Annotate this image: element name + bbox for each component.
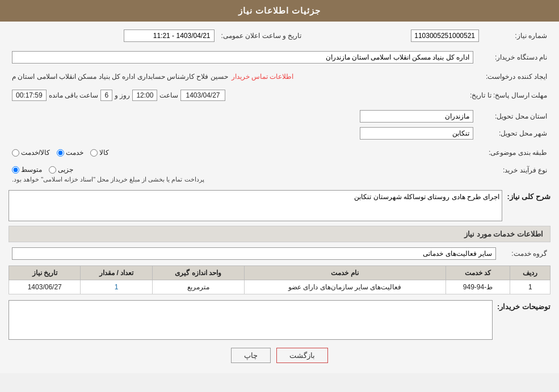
buyer-org-cell (9, 49, 477, 66)
purchase-type-radio-jozii[interactable] (49, 166, 56, 174)
buyer-notes-label: توضیحات خریدار: (497, 300, 550, 311)
need-desc-label: شرح کلی نیاز: (507, 190, 550, 201)
buyer-org-input (12, 51, 473, 64)
deadline-time-label: ساعت (159, 91, 178, 99)
need-number-input (411, 29, 479, 42)
need-desc-row: شرح کلی نیاز: اجرای طرح هادی روستای توسا… (9, 190, 550, 221)
col-rownum: ردیف (510, 266, 550, 280)
subject-option-kala-label: کالا (99, 149, 109, 157)
bottom-buttons: بازگشت چاپ (9, 348, 550, 363)
subject-option-kala[interactable]: کالا (90, 149, 109, 157)
col-unit: واحد اندازه گیری (152, 266, 244, 280)
page-title: جزئیات اطلاعات نیاز (238, 6, 321, 15)
creator-label: ایجاد کننده درخواست: (477, 70, 550, 83)
cell-rownum: 1 (510, 280, 550, 294)
creator-value: حسین فلاح کارشناس حسابداری اداره کل بنیا… (12, 73, 228, 81)
deadline-cell: 00:17:59 ساعت باقی مانده 6 روز و 12:00 س… (9, 87, 466, 103)
info-table-2: نام دستگاه خریدار: (9, 49, 550, 66)
buyer-notes-section: توضیحات خریدار: (9, 300, 550, 340)
subject-radio-kala[interactable] (90, 149, 98, 157)
subject-radio-kala-khedmat[interactable] (12, 149, 19, 157)
service-group-label: گروه خدمت: (499, 245, 550, 262)
back-button[interactable]: بازگشت (276, 348, 328, 363)
services-section-header: اطلاعات خدمات مورد نیاز (9, 226, 550, 242)
purchase-type-label: نوع فرآیند خرید: (477, 163, 550, 186)
info-table-3: ایجاد کننده درخواست: حسین فلاح کارشناس ح… (9, 70, 550, 83)
delivery-province-input (360, 110, 473, 123)
subject-label: طبقه بندی موضوعی: (477, 146, 550, 159)
table-row: 1 ط-94-949 فعالیت‌های سایر سازمان‌های دا… (9, 280, 550, 294)
page-header: جزئیات اطلاعات نیاز (0, 0, 559, 22)
purchase-type-note: پرداخت تمام یا بخشی از مبلغ خریداز محل "… (12, 176, 204, 183)
info-table-7: نوع فرآیند خرید: متوسط جزیی (9, 163, 550, 186)
info-table-5: استان محل تحویل: شهر محل تحویل: (9, 108, 550, 142)
service-group-cell (9, 245, 499, 262)
buyer-notes-textarea[interactable] (9, 300, 493, 340)
subject-option-kala-khedmat-label: کالا/خدمت (21, 149, 50, 157)
col-service-code: کد خدمت (445, 266, 510, 280)
info-table-6: طبقه بندی موضوعی: کالا/خدمت خدمت کالا (9, 146, 550, 159)
subject-option-khedmat-label: خدمت (66, 149, 83, 157)
creator-cell: حسین فلاح کارشناس حسابداری اداره کل بنیا… (9, 70, 477, 83)
subject-option-kala-khedmat[interactable]: کالا/خدمت (12, 149, 50, 157)
deadline-remaining: 00:17:59 (12, 90, 47, 101)
info-table-1: شماره نیاز: تاریخ و ساعت اعلان عمومی: (9, 27, 550, 44)
delivery-city-input (360, 127, 473, 140)
purchase-type-radio-group: متوسط جزیی (12, 166, 73, 174)
subject-cell: کالا/خدمت خدمت کالا (9, 146, 477, 159)
purchase-type-jozii-label: جزیی (58, 166, 73, 174)
cell-quantity: 1 (81, 280, 152, 294)
buyer-org-label: نام دستگاه خریدار: (477, 49, 550, 66)
col-service-name: نام خدمت (244, 266, 445, 280)
subject-option-khedmat[interactable]: خدمت (57, 149, 83, 157)
main-content: شماره نیاز: تاریخ و ساعت اعلان عمومی: نا… (0, 22, 559, 373)
need-number-cell (322, 27, 482, 44)
service-group-table: گروه خدمت: (9, 245, 550, 262)
purchase-type-option-motavasset[interactable]: متوسط (12, 166, 42, 174)
deadline-remaining-label: ساعت باقی مانده (49, 91, 99, 99)
deadline-time: 12:00 (132, 90, 157, 101)
purchase-type-motavasset-label: متوسط (21, 166, 42, 174)
purchase-type-option-jozii[interactable]: جزیی (49, 166, 73, 174)
info-table-4: مهلت ارسال پاسخ: تا تاریخ: 00:17:59 ساعت… (9, 87, 550, 103)
announce-datetime-label: تاریخ و ساعت اعلان عمومی: (218, 27, 305, 44)
print-button[interactable]: چاپ (231, 348, 271, 363)
purchase-type-radio-motavasset[interactable] (12, 166, 19, 174)
delivery-city-label: شهر محل تحویل: (477, 125, 550, 142)
page-wrapper: جزئیات اطلاعات نیاز شماره نیاز: تاریخ و … (0, 0, 559, 392)
cell-date: 1403/06/27 (9, 280, 81, 294)
delivery-province-label: استان محل تحویل: (477, 108, 550, 125)
delivery-city-cell (9, 125, 477, 142)
col-quantity: تعداد / مقدار (81, 266, 152, 280)
need-number-label: شماره نیاز: (482, 27, 550, 44)
service-group-input (12, 247, 496, 260)
subject-radio-khedmat[interactable] (57, 149, 64, 157)
need-desc-textarea[interactable]: اجرای طرح هادی روستای توساکله شهرستان تن… (9, 190, 502, 221)
services-table: ردیف کد خدمت نام خدمت واحد اندازه گیری ت… (9, 265, 550, 294)
cell-service-code: ط-94-949 (445, 280, 510, 294)
creator-contact-link[interactable]: اطلاعات تماس خریدار (232, 73, 294, 81)
deadline-day-label: روز و (115, 91, 130, 99)
announce-datetime-cell (9, 27, 218, 44)
cell-service-name: فعالیت‌های سایر سازمان‌های دارای عضو (244, 280, 445, 294)
announce-datetime-input (124, 29, 215, 42)
deadline-label: مهلت ارسال پاسخ: تا تاریخ: (466, 87, 550, 103)
delivery-province-cell (9, 108, 477, 125)
cell-unit: مترمربع (152, 280, 244, 294)
deadline-days: 6 (100, 90, 112, 101)
purchase-type-cell: متوسط جزیی پرداخت تمام یا بخشی از مبلغ خ… (9, 163, 477, 186)
col-date: تاریخ نیاز (9, 266, 81, 280)
deadline-date: 1403/04/27 (180, 90, 225, 101)
